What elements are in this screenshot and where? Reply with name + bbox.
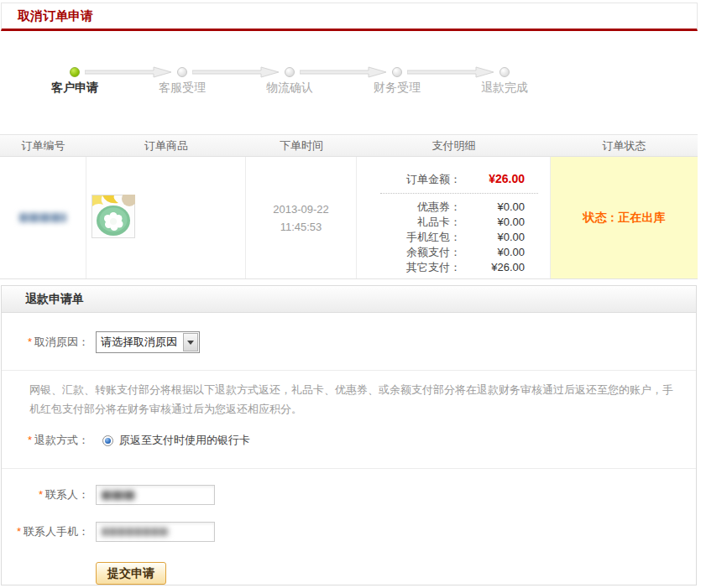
header-order-product: 订单商品 (86, 135, 246, 156)
payment-row-redpacket: 手机红包： ¥0.00 (357, 230, 550, 245)
payment-label: 其它支付： (406, 260, 461, 275)
payment-detail-cell: 订单金额： ¥26.00 优惠券： ¥0.00 礼品卡： ¥0.00 手机红包：… (357, 157, 551, 278)
section-divider (2, 370, 696, 371)
chevron-down-icon (187, 341, 194, 345)
step-dot-icon (392, 67, 402, 77)
header-order-time: 下单时间 (246, 135, 357, 156)
payment-row-other: 其它支付： ¥26.00 (357, 260, 550, 275)
payment-value: ¥0.00 (461, 230, 525, 245)
payment-row-balance: 余额支付： ¥0.00 (357, 245, 550, 260)
order-time-cell: 2013-09-22 11:45:53 (246, 157, 357, 278)
payment-row-giftcard: 礼品卡： ¥0.00 (357, 215, 550, 230)
submit-application-button[interactable]: 提交申请 (96, 562, 166, 585)
step-label-service-accept: 客服受理 (128, 81, 236, 96)
contact-phone-row: *联系人手机： (2, 522, 215, 542)
payment-label: 余额支付： (406, 245, 461, 260)
order-product-cell (86, 157, 246, 278)
step-dot-icon (285, 67, 295, 77)
contact-phone-input[interactable] (96, 522, 215, 542)
order-table-row: 2013-09-22 11:45:53 订单金额： ¥26.00 优惠券： ¥0… (0, 157, 698, 279)
order-number-redacted-link[interactable] (19, 213, 66, 222)
payment-row-coupon: 优惠券： ¥0.00 (357, 200, 550, 215)
payment-value: ¥26.00 (461, 170, 525, 188)
step-label-logistics-confirm: 物流确认 (236, 81, 343, 96)
refund-notice-text: 网银、汇款、转账支付部分将根据以下退款方式返还，礼品卡、优惠券、或余额支付部分将… (29, 380, 679, 419)
cancel-reason-label: *取消原因： (2, 335, 89, 350)
order-date: 2013-09-22 (273, 200, 329, 218)
status-badge: 正在出库 (619, 211, 666, 226)
cancel-reason-selected-value: 请选择取消原因 (101, 335, 177, 350)
step-arrow-icon (85, 66, 172, 78)
step-dot-icon (177, 67, 187, 77)
step-dot-icon (499, 67, 510, 77)
payment-value: ¥0.00 (461, 245, 525, 260)
header-order-number: 订单编号 (0, 135, 86, 156)
refund-application-form: 退款申请单 *取消原因： 请选择取消原因 网银、汇款、转账支付部分将根据以下退款… (1, 285, 697, 585)
section-divider (2, 468, 696, 469)
payment-value: ¥26.00 (461, 260, 525, 275)
page-title: 取消订单申请 (2, 3, 697, 28)
cancel-reason-select[interactable]: 请选择取消原因 (96, 331, 200, 353)
order-table: 订单编号 订单商品 下单时间 支付明细 订单状态 (0, 134, 698, 279)
payment-label: 礼品卡： (417, 215, 461, 230)
contact-name-redacted-value (102, 491, 135, 500)
contact-name-input[interactable] (96, 485, 215, 505)
order-table-header: 订单编号 订单商品 下单时间 支付明细 订单状态 (0, 134, 698, 157)
payment-row-total: 订单金额： ¥26.00 (357, 170, 550, 188)
contact-phone-redacted-value (102, 528, 169, 536)
step-dot-active-icon (70, 67, 80, 77)
refund-method-radio-selected[interactable] (102, 435, 113, 446)
payment-divider (380, 193, 538, 194)
order-clock: 11:45:53 (280, 218, 322, 236)
step-label-customer-apply: 客户申请 (21, 81, 128, 96)
required-asterisk-icon: * (28, 434, 32, 446)
refund-method-row: *退款方式： 原返至支付时使用的银行卡 (2, 433, 250, 448)
refund-method-label: *退款方式： (2, 433, 89, 448)
payment-label: 优惠券： (417, 200, 461, 215)
product-image[interactable] (92, 195, 135, 238)
progress-steps: 客户申请 客服受理 物流确认 财务受理 退款完成 (0, 63, 698, 98)
cancel-order-page: 取消订单申请 客户申请 客服受理 物流确认 财务受理 退款完成 订单编号 订单商… (0, 0, 706, 588)
refund-form-body: *取消原因： 请选择取消原因 网银、汇款、转账支付部分将根据以下退款方式返还，礼… (2, 313, 696, 585)
step-arrow-icon (407, 66, 494, 78)
cancel-reason-row: *取消原因： 请选择取消原因 (2, 331, 200, 353)
payment-label: 订单金额： (406, 170, 461, 188)
step-arrow-icon (300, 66, 387, 78)
header-order-status: 订单状态 (551, 135, 698, 156)
step-label-finance-accept: 财务受理 (343, 81, 451, 96)
contact-phone-label: *联系人手机： (2, 524, 89, 539)
contact-name-label: *联系人： (2, 487, 89, 502)
payment-value: ¥0.00 (461, 200, 525, 215)
payment-value: ¥0.00 (461, 215, 525, 230)
step-label-refund-complete: 退款完成 (451, 81, 558, 96)
header-payment-detail: 支付明细 (357, 135, 551, 156)
required-asterisk-icon: * (28, 336, 32, 348)
order-number-cell (0, 157, 86, 278)
dropdown-button[interactable] (183, 333, 198, 351)
refund-method-option-label: 原返至支付时使用的银行卡 (119, 433, 250, 448)
refund-form-title: 退款申请单 (2, 286, 696, 313)
status-label: 状态： (583, 211, 619, 226)
payment-label: 手机红包： (406, 230, 461, 245)
step-arrow-icon (192, 66, 280, 78)
order-status-cell: 状态： 正在出库 (551, 157, 698, 278)
page-title-bar: 取消订单申请 (1, 3, 698, 31)
required-asterisk-icon: * (17, 525, 21, 538)
required-asterisk-icon: * (39, 488, 43, 501)
contact-name-row: *联系人： (2, 485, 215, 505)
